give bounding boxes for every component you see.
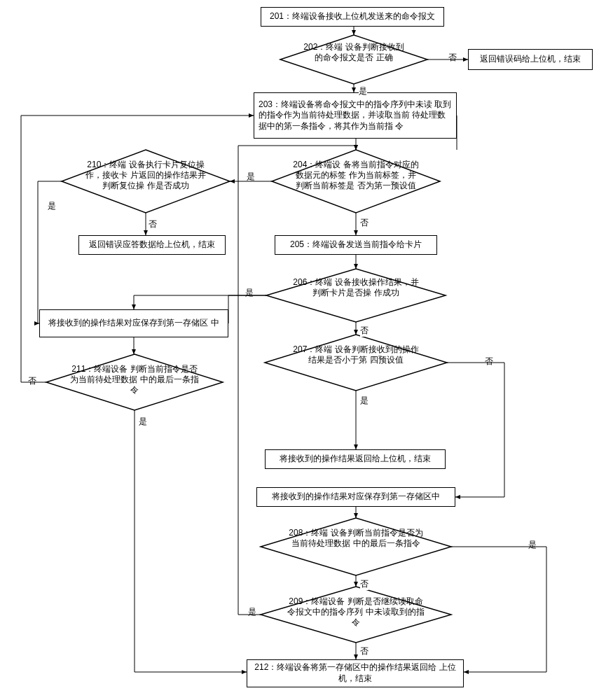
ret-error-202: 返回错误码给上位机，结束 [468, 49, 593, 70]
label-204-yes: 是 [247, 171, 255, 183]
label-208-yes: 是 [528, 539, 537, 551]
label-202-yes: 是 [359, 85, 367, 97]
save-area1-left: 将接收到的操作结果对应保存到第一存储区 中 [39, 309, 228, 337]
step-203: 203：终端设备将命令报文中的指令序列中未读 取到的指令作为当前待处理数据，并读… [254, 92, 457, 139]
label-206-yes: 是 [245, 287, 254, 299]
ret-207: 将接收到的操作结果返回给上位机，结束 [265, 449, 446, 469]
label-206-no: 否 [360, 325, 369, 337]
label-204-no: 否 [360, 217, 369, 229]
ret-error-210: 返回错误应答数据给上位机，结束 [78, 235, 226, 255]
step-205: 205：终端设备发送当前指令给卡片 [275, 235, 437, 255]
label-207-yes: 是 [360, 395, 369, 407]
label-209-no: 否 [360, 645, 369, 657]
label-211-yes: 是 [139, 416, 147, 428]
label-209-yes: 是 [248, 606, 256, 618]
step-212: 212：终端设备将第一存储区中的操作结果返回给 上位机，结束 [247, 659, 464, 687]
label-211-no: 否 [28, 375, 36, 387]
step-201: 201：终端设备接收上位机发送来的命令报文 [261, 7, 444, 27]
label-210-yes: 是 [48, 200, 56, 212]
save-area1-right: 将接收到的操作结果对应保存到第一存储区中 [256, 487, 455, 507]
label-207-no: 否 [485, 356, 493, 368]
label-208-no: 否 [360, 578, 369, 590]
label-210-no: 否 [149, 218, 157, 230]
label-202-no: 否 [448, 52, 457, 64]
